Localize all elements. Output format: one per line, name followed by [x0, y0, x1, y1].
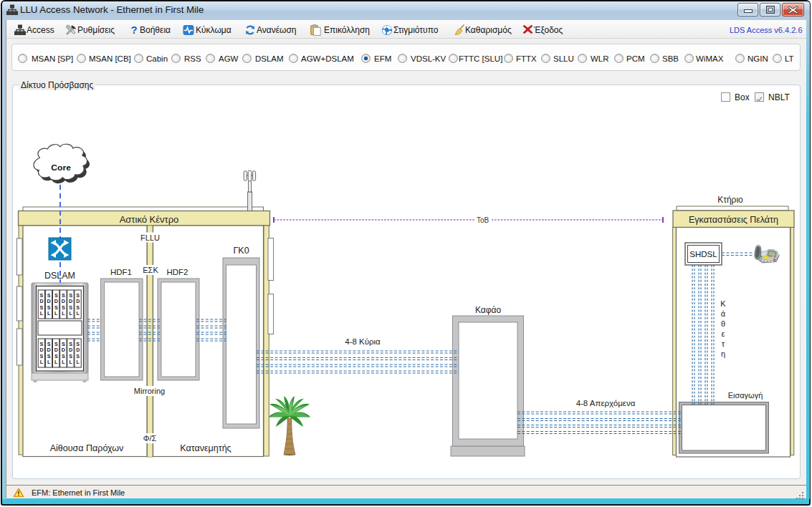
svg-text:?: ?: [130, 24, 137, 36]
svg-text:SDSL: SDSL: [69, 292, 72, 317]
svg-text:SDSL: SDSL: [62, 292, 65, 317]
svg-text:SDSL: SDSL: [39, 292, 43, 317]
svg-text:η: η: [721, 349, 725, 358]
svg-text:ΕΣΚ: ΕΣΚ: [143, 266, 158, 274]
svg-text:SDSL: SDSL: [47, 341, 51, 366]
svg-text:ά: ά: [721, 309, 726, 318]
svg-text:Κ: Κ: [720, 299, 726, 308]
svg-text:SDSL: SDSL: [69, 341, 72, 366]
svg-text:SDSL: SDSL: [54, 292, 58, 317]
svg-text:Αστικό Κέντρο: Αστικό Κέντρο: [120, 214, 179, 225]
svg-text:SDSL: SDSL: [76, 292, 80, 317]
svg-text:4-8 Κύρια: 4-8 Κύρια: [345, 337, 381, 346]
svg-text:HDF1: HDF1: [110, 268, 132, 276]
svg-text:HDF2: HDF2: [166, 268, 188, 276]
svg-text:θ: θ: [721, 319, 725, 328]
svg-text:SDSL: SDSL: [62, 341, 65, 366]
svg-text:ΓΚ0: ΓΚ0: [233, 246, 249, 256]
svg-text:SDSL: SDSL: [76, 341, 80, 366]
svg-text:DSLAM: DSLAM: [44, 271, 75, 281]
svg-text:Φ/Σ: Φ/Σ: [143, 434, 157, 443]
svg-text:Κτήριο: Κτήριο: [717, 195, 743, 205]
svg-text:SDSL: SDSL: [47, 292, 51, 317]
svg-text:Mirroring: Mirroring: [134, 387, 165, 395]
svg-text:ε: ε: [722, 329, 725, 338]
svg-text:Καφάο: Καφάο: [475, 305, 502, 315]
svg-text:Εισαγωγή: Εισαγωγή: [728, 391, 763, 400]
svg-text:Κατανεμητής: Κατανεμητής: [180, 443, 231, 453]
svg-text:FLLU: FLLU: [140, 233, 160, 242]
svg-text:Εγκαταστάσεις Πελάτη: Εγκαταστάσεις Πελάτη: [689, 215, 778, 225]
svg-text:ToB: ToB: [477, 216, 489, 224]
svg-text:SHDSL: SHDSL: [689, 250, 717, 259]
svg-text:Core: Core: [51, 163, 71, 172]
svg-text:4-8 Απερχόμενα: 4-8 Απερχόμενα: [576, 399, 636, 407]
svg-text:SDSL: SDSL: [39, 341, 43, 366]
svg-text:SDSL: SDSL: [54, 341, 58, 366]
svg-text:τ: τ: [722, 339, 725, 348]
svg-text:Αίθουσα Παρόχων: Αίθουσα Παρόχων: [50, 443, 123, 453]
